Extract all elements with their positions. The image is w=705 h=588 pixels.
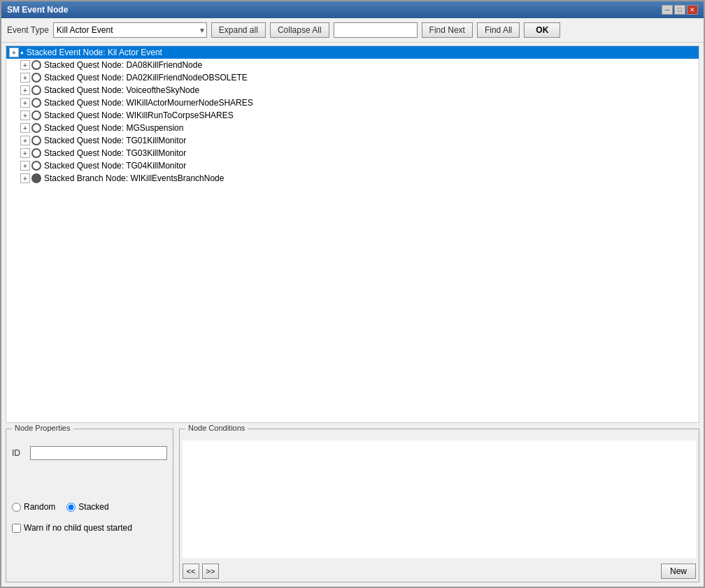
- expand-icon[interactable]: +: [20, 136, 30, 145]
- next-button[interactable]: >>: [202, 564, 219, 579]
- circle-icon: [31, 123, 41, 133]
- circle-icon: [31, 110, 41, 120]
- tree-item-label: Stacked Quest Node: WIKillRunToCorpseSHA…: [44, 110, 234, 120]
- stacked-label: Stacked: [78, 502, 108, 512]
- node-properties-label: Node Properties: [12, 424, 73, 432]
- tree-item-label: Stacked Quest Node: VoiceoftheSkyNode: [44, 85, 199, 95]
- bullet-icon: ●: [20, 50, 24, 56]
- bottom-area: Node Properties ID Random Stacked Warn i…: [6, 429, 699, 582]
- tree-item[interactable]: + Stacked Quest Node: TG03KillMonitor: [6, 147, 699, 159]
- tree-view[interactable]: + ● Stacked Event Node: Kil Actor Event …: [6, 45, 699, 423]
- expand-all-button[interactable]: Expand all: [211, 22, 266, 38]
- tree-item-label: Stacked Quest Node: MGSuspension: [44, 123, 183, 133]
- tree-item-label: Stacked Quest Node: TG04KillMonitor: [44, 161, 186, 171]
- expand-icon[interactable]: +: [20, 110, 30, 120]
- id-label: ID: [12, 448, 26, 458]
- expand-icon[interactable]: +: [20, 173, 30, 183]
- warn-row: Warn if no child quest started: [12, 523, 167, 533]
- tree-item[interactable]: + Stacked Quest Node: DA08KillFriendNode: [6, 59, 699, 71]
- node-properties-panel: Node Properties ID Random Stacked Warn i…: [6, 429, 173, 582]
- tree-item-label: Stacked Quest Node: DA02KillFriendNodeOB…: [44, 73, 248, 83]
- tree-item[interactable]: + Stacked Quest Node: DA02KillFriendNode…: [6, 71, 699, 84]
- expand-icon[interactable]: +: [20, 98, 30, 108]
- warn-checkbox[interactable]: [12, 524, 21, 533]
- tree-item-label: Stacked Quest Node: DA08KillFriendNode: [44, 60, 202, 70]
- new-button[interactable]: New: [661, 564, 696, 579]
- tree-item-label: Stacked Branch Node: WIKillEventsBranchN…: [44, 173, 224, 183]
- event-type-wrapper: Kill Actor Event ▼: [53, 22, 207, 38]
- find-input[interactable]: [334, 22, 418, 38]
- id-input[interactable]: [30, 446, 167, 460]
- find-next-button[interactable]: Find Next: [422, 22, 473, 38]
- circle-icon: [31, 73, 41, 83]
- circle-icon: [31, 60, 41, 70]
- tree-item[interactable]: + Stacked Quest Node: TG01KillMonitor: [6, 134, 699, 147]
- tree-item-label: Stacked Quest Node: TG03KillMonitor: [44, 148, 186, 158]
- random-label: Random: [24, 502, 55, 512]
- title-bar: SM Event Node ─ □ ✕: [1, 1, 704, 18]
- tree-item-label: Stacked Quest Node: TG01KillMonitor: [44, 136, 186, 145]
- tree-item-label: Stacked Quest Node: WIKillActorMournerNo…: [44, 98, 253, 108]
- tree-item[interactable]: + Stacked Quest Node: WIKillActorMourner…: [6, 96, 699, 109]
- random-radio[interactable]: [12, 503, 21, 512]
- circle-icon: [31, 136, 41, 145]
- tree-item[interactable]: + Stacked Branch Node: WIKillEventsBranc…: [6, 172, 699, 185]
- circle-icon: [31, 161, 41, 171]
- tree-item[interactable]: + Stacked Quest Node: TG04KillMonitor: [6, 159, 699, 172]
- circle-icon: [31, 148, 41, 158]
- stacked-radio-item: Stacked: [66, 502, 108, 512]
- expand-icon[interactable]: +: [20, 161, 30, 171]
- expand-icon[interactable]: +: [9, 48, 19, 57]
- circle-icon: [31, 98, 41, 108]
- event-type-select[interactable]: Kill Actor Event: [53, 22, 207, 38]
- warn-label: Warn if no child quest started: [24, 523, 132, 533]
- find-all-button[interactable]: Find All: [477, 22, 520, 38]
- tree-item-label: Stacked Event Node: Kil Actor Event: [27, 48, 162, 57]
- stacked-radio[interactable]: [66, 503, 76, 512]
- circle-icon: [31, 85, 41, 95]
- close-button[interactable]: ✕: [687, 5, 698, 15]
- circle-filled-icon: [31, 173, 41, 183]
- random-radio-item: Random: [12, 502, 55, 512]
- toolbar: Event Type Kill Actor Event ▼ Expand all…: [1, 18, 704, 43]
- node-conditions-panel: Node Conditions << >> New: [179, 429, 699, 582]
- expand-icon[interactable]: +: [20, 148, 30, 158]
- collapse-all-button[interactable]: Collapse All: [270, 22, 329, 38]
- expand-icon[interactable]: +: [20, 123, 30, 133]
- tree-item[interactable]: + Stacked Quest Node: MGSuspension: [6, 122, 699, 134]
- tree-item[interactable]: + Stacked Quest Node: WIKillRunToCorpseS…: [6, 109, 699, 122]
- window-title: SM Event Node: [7, 5, 68, 15]
- conditions-content: [183, 440, 696, 558]
- minimize-button[interactable]: ─: [662, 5, 673, 15]
- main-window: SM Event Node ─ □ ✕ Event Type Kill Acto…: [0, 0, 705, 588]
- ok-button[interactable]: OK: [524, 22, 560, 38]
- tree-item[interactable]: + Stacked Quest Node: VoiceoftheSkyNode: [6, 84, 699, 96]
- expand-icon[interactable]: +: [20, 73, 30, 83]
- expand-icon[interactable]: +: [20, 85, 30, 95]
- expand-icon[interactable]: +: [20, 60, 30, 70]
- radio-row: Random Stacked: [12, 502, 167, 512]
- id-row: ID: [12, 446, 167, 460]
- prev-button[interactable]: <<: [183, 564, 199, 579]
- conditions-footer: << >> New: [180, 561, 699, 582]
- title-controls: ─ □ ✕: [662, 5, 698, 15]
- maximize-button[interactable]: □: [674, 5, 685, 15]
- node-conditions-label: Node Conditions: [185, 424, 248, 432]
- event-type-label: Event Type: [7, 25, 49, 35]
- tree-item[interactable]: + ● Stacked Event Node: Kil Actor Event: [6, 46, 699, 59]
